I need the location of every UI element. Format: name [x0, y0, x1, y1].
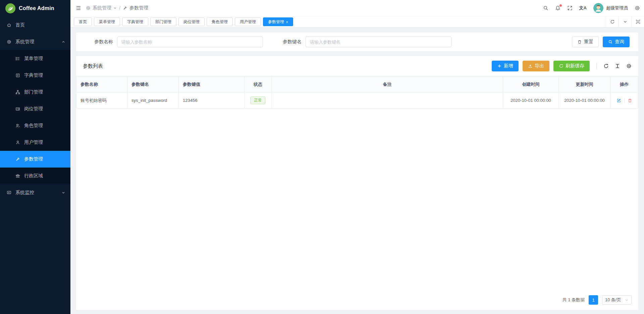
- tab-role-mgmt[interactable]: 角色管理: [207, 17, 233, 26]
- breadcrumb: 系统管理 / 参数管理: [86, 5, 148, 11]
- home-icon: [7, 23, 11, 27]
- sidebar-collapse-icon[interactable]: [76, 5, 81, 11]
- main-area: 系统管理 / 参数管理: [70, 0, 644, 314]
- reset-button[interactable]: 重置: [572, 37, 599, 47]
- col-created: 创建时间: [503, 76, 559, 92]
- chevron-down-icon: [625, 298, 629, 302]
- tab-menu-mgmt[interactable]: 菜单管理: [94, 17, 120, 26]
- col-status: 状态: [245, 76, 272, 92]
- tab-options-chevron-icon[interactable]: [619, 16, 631, 27]
- param-key-label: 参数键名: [278, 39, 302, 45]
- plus-icon: [497, 64, 502, 68]
- cell-status: 正常: [245, 92, 272, 109]
- chevron-down-icon: [113, 6, 117, 10]
- download-icon: [528, 64, 533, 68]
- col-remark: 备注: [272, 76, 503, 92]
- notification-bell-icon[interactable]: [555, 5, 560, 11]
- density-icon[interactable]: [615, 63, 620, 69]
- sidebar-item-home[interactable]: 首页: [0, 17, 70, 34]
- sidebar-item-system[interactable]: 系统管理: [0, 34, 70, 50]
- chevron-up-icon: [62, 40, 65, 44]
- sidebar-item-label: 角色管理: [24, 123, 43, 129]
- sidebar-item-role-mgmt[interactable]: 角色管理: [0, 117, 70, 134]
- language-icon[interactable]: 文A: [579, 5, 587, 11]
- bank-icon: [15, 174, 20, 178]
- edit-icon[interactable]: [616, 98, 621, 103]
- app-logo[interactable]: Coffee Admin: [0, 0, 70, 17]
- system-submenu: 菜单管理 字典管理 部门管理: [0, 50, 70, 184]
- col-updated: 更新时间: [559, 76, 610, 92]
- col-param-value: 参数键值: [179, 76, 245, 92]
- status-badge: 正常: [251, 97, 265, 104]
- refresh-tab-icon[interactable]: [606, 16, 619, 27]
- refresh-cache-button[interactable]: 刷新缓存: [553, 61, 590, 71]
- org-tree-icon: [15, 90, 20, 95]
- search-icon[interactable]: [543, 5, 548, 11]
- search-form: 参数名称 参数键名 重置: [76, 33, 638, 51]
- username: 超级管理员: [606, 5, 628, 11]
- page-content: 参数名称 参数键名 重置: [70, 27, 644, 314]
- fullscreen-icon[interactable]: [567, 5, 573, 11]
- delete-icon[interactable]: [628, 98, 632, 103]
- maximize-content-icon[interactable]: [631, 16, 644, 27]
- gear-icon: [86, 6, 91, 10]
- query-button[interactable]: 查询: [603, 37, 630, 47]
- gear-icon: [7, 40, 11, 44]
- chevron-down-icon: [62, 191, 65, 194]
- col-param-name: 参数名称: [76, 76, 127, 92]
- avatar: [593, 3, 603, 13]
- user-menu[interactable]: 超级管理员: [593, 3, 628, 13]
- roles-icon: [15, 123, 20, 128]
- sidebar-item-dict-mgmt[interactable]: 字典管理: [0, 67, 70, 84]
- page-size-select[interactable]: 10 条/页: [602, 295, 632, 305]
- refresh-icon: [559, 64, 564, 68]
- tabs-bar: 首页 菜单管理 字典管理 部门管理 岗位管理 角色管理 用户管理 参数管理 x: [70, 16, 644, 27]
- pagination: 共 1 条数据 1 10 条/页: [76, 295, 638, 310]
- sidebar-item-monitor[interactable]: 系统监控: [0, 184, 70, 201]
- refresh-table-icon[interactable]: [603, 63, 609, 69]
- tab-param-mgmt[interactable]: 参数管理 x: [263, 17, 293, 26]
- tab-dept-mgmt[interactable]: 部门管理: [150, 17, 176, 26]
- sidebar-item-user-mgmt[interactable]: 用户管理: [0, 134, 70, 151]
- tab-user-mgmt[interactable]: 用户管理: [235, 17, 261, 26]
- pagination-page-1[interactable]: 1: [589, 295, 598, 305]
- sidebar-item-label: 用户管理: [24, 139, 43, 145]
- export-button[interactable]: 导出: [523, 61, 549, 71]
- trash-icon: [577, 40, 582, 44]
- add-button[interactable]: 新增: [492, 61, 519, 71]
- sidebar-item-post-mgmt[interactable]: 岗位管理: [0, 101, 70, 117]
- param-name-field: 参数名称: [90, 37, 263, 47]
- param-key-field: 参数键名: [278, 37, 451, 47]
- sidebar-item-label: 岗位管理: [24, 106, 43, 112]
- pagination-total: 共 1 条数据: [562, 297, 585, 303]
- param-name-input[interactable]: [117, 37, 263, 47]
- tab-home[interactable]: 首页: [74, 17, 92, 26]
- app-title: Coffee Admin: [19, 5, 54, 11]
- tab-dict-mgmt[interactable]: 字典管理: [122, 17, 148, 26]
- dictionary-icon: [15, 73, 20, 78]
- table-row: 账号初始密码 sys_init_password 123456 正常 2020-…: [76, 92, 638, 109]
- sidebar-item-dept-mgmt[interactable]: 部门管理: [0, 84, 70, 101]
- breadcrumb-current: 参数管理: [123, 5, 148, 11]
- sidebar-item-label: 字典管理: [24, 72, 43, 78]
- cell-param-key: sys_init_password: [127, 92, 179, 109]
- sidebar-item-region[interactable]: 行政区域: [0, 168, 70, 184]
- param-table: 参数名称 参数键名 参数键值 状态 备注 创建时间 更新时间 操作 账号初始密码…: [76, 76, 638, 109]
- id-badge-icon: [15, 107, 20, 111]
- wrench-icon: [15, 157, 20, 162]
- column-settings-gear-icon[interactable]: [626, 63, 632, 69]
- sidebar-item-param-mgmt[interactable]: 参数管理: [0, 151, 70, 168]
- list-icon: [15, 56, 20, 61]
- sidebar-item-label: 首页: [15, 22, 25, 28]
- sidebar-item-label: 部门管理: [24, 89, 43, 95]
- tab-post-mgmt[interactable]: 岗位管理: [178, 17, 205, 26]
- breadcrumb-parent[interactable]: 系统管理: [86, 5, 117, 11]
- tab-close-icon[interactable]: x: [286, 20, 288, 24]
- card-title: 参数列表: [83, 63, 103, 69]
- sidebar-item-label: 系统监控: [15, 190, 34, 196]
- param-key-input[interactable]: [306, 37, 451, 47]
- sidebar-item-menu-mgmt[interactable]: 菜单管理: [0, 50, 70, 67]
- cell-remark: [272, 92, 503, 109]
- settings-gear-icon[interactable]: [635, 5, 640, 11]
- monitor-icon: [7, 190, 11, 195]
